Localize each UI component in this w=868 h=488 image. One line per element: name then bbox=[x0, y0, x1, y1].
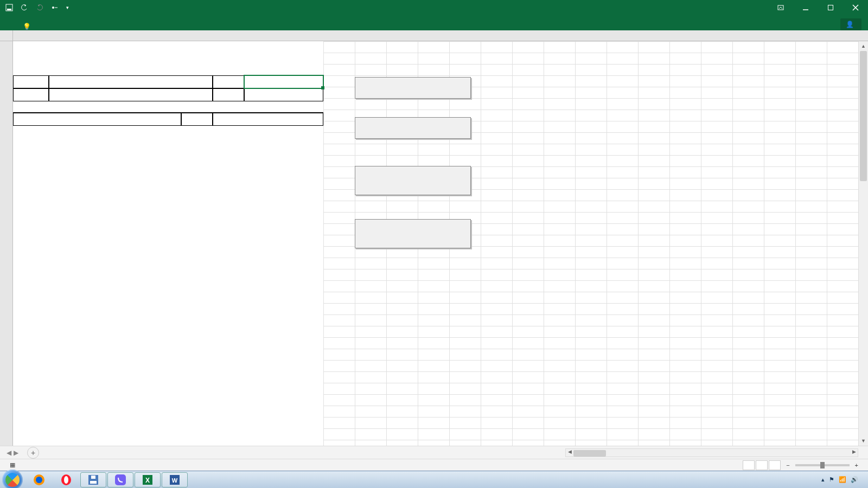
scroll-down-icon[interactable]: ▼ bbox=[859, 436, 868, 446]
excel-icon[interactable]: X bbox=[135, 472, 161, 487]
titlebar: ▾ bbox=[0, 0, 868, 15]
save-icon[interactable] bbox=[2, 2, 16, 14]
cells[interactable]: ▲ ▼ bbox=[13, 41, 868, 446]
label-date bbox=[213, 88, 244, 101]
zoom-in-icon[interactable]: + bbox=[855, 462, 858, 468]
label-age bbox=[13, 88, 49, 101]
value-klass[interactable] bbox=[244, 75, 323, 88]
touch-mode-icon[interactable] bbox=[48, 2, 62, 14]
word-icon[interactable]: W bbox=[162, 472, 188, 487]
bulb-icon: 💡 bbox=[23, 23, 31, 30]
tell-me[interactable]: 💡 bbox=[17, 23, 40, 30]
zoom-out-icon[interactable]: − bbox=[786, 462, 789, 468]
zoom-slider[interactable] bbox=[795, 464, 850, 466]
svg-rect-12 bbox=[115, 474, 126, 485]
worksheet-area: ▲ ▼ bbox=[0, 41, 868, 446]
hscroll-thumb[interactable] bbox=[573, 450, 606, 457]
opera-icon[interactable] bbox=[53, 472, 79, 487]
ribbon-options-icon[interactable] bbox=[768, 0, 793, 15]
svg-rect-3 bbox=[778, 5, 783, 10]
svg-text:W: W bbox=[172, 477, 178, 484]
hscroll-right-icon[interactable]: ▶ bbox=[850, 449, 858, 457]
vertical-scrollbar[interactable]: ▲ ▼ bbox=[858, 41, 868, 446]
quick-access-toolbar: ▾ bbox=[2, 2, 72, 14]
th-scale bbox=[13, 113, 181, 126]
label-klass bbox=[213, 75, 244, 88]
close-icon[interactable] bbox=[843, 0, 868, 15]
redo-icon[interactable] bbox=[33, 2, 47, 14]
sheet-nav-arrows[interactable]: ◀▶ bbox=[3, 449, 22, 457]
sheet-tab-bar: ◀▶ + ◀ ▶ bbox=[0, 446, 868, 459]
svg-point-8 bbox=[64, 476, 68, 484]
scroll-up-icon[interactable]: ▲ bbox=[859, 41, 868, 51]
undo-icon[interactable] bbox=[17, 2, 31, 14]
save-app-icon[interactable] bbox=[80, 472, 106, 487]
select-all-triangle[interactable] bbox=[0, 30, 13, 41]
svg-point-2 bbox=[52, 7, 54, 9]
tray-volume-icon[interactable]: 🔊 bbox=[851, 476, 858, 483]
person-icon: 👤 bbox=[846, 21, 854, 28]
th-score bbox=[181, 113, 213, 126]
print-button[interactable] bbox=[355, 166, 471, 195]
statusbar: ▦ − + bbox=[0, 459, 868, 471]
label-fio bbox=[13, 75, 49, 88]
viber-icon[interactable] bbox=[107, 472, 133, 487]
svg-rect-11 bbox=[91, 476, 95, 479]
th-level bbox=[213, 113, 323, 126]
svg-text:X: X bbox=[145, 477, 150, 484]
save-pdf-button[interactable] bbox=[355, 77, 471, 99]
scroll-thumb[interactable] bbox=[860, 51, 867, 181]
view-buttons bbox=[743, 460, 781, 470]
ribbon: 💡 👤 bbox=[0, 15, 868, 30]
tray-flag-icon[interactable]: ⚑ bbox=[829, 476, 834, 483]
value-fio[interactable] bbox=[49, 75, 213, 88]
horizontal-scrollbar[interactable]: ◀ ▶ bbox=[565, 448, 858, 457]
save-sheet-button[interactable] bbox=[355, 117, 471, 139]
tray-up-icon[interactable]: ▴ bbox=[821, 476, 825, 483]
file-tab[interactable] bbox=[2, 24, 17, 30]
maximize-icon[interactable] bbox=[818, 0, 843, 15]
svg-point-6 bbox=[36, 477, 42, 483]
view-break-icon[interactable] bbox=[769, 460, 781, 470]
svg-rect-1 bbox=[7, 9, 11, 10]
minimize-icon[interactable] bbox=[793, 0, 818, 15]
macro-record-icon[interactable]: ▦ bbox=[10, 461, 15, 468]
value-age[interactable] bbox=[49, 88, 213, 101]
view-normal-icon[interactable] bbox=[743, 460, 755, 470]
firefox-icon[interactable] bbox=[26, 472, 52, 487]
svg-rect-10 bbox=[90, 481, 97, 484]
windows-taskbar: X W ▴ ⚑ 📶 🔊 bbox=[0, 471, 868, 488]
share-button[interactable]: 👤 bbox=[840, 18, 861, 30]
clear-data-button[interactable] bbox=[355, 219, 471, 248]
view-layout-icon[interactable] bbox=[756, 460, 768, 470]
row-headers bbox=[0, 41, 13, 446]
column-headers bbox=[0, 30, 868, 41]
system-tray: ▴ ⚑ 📶 🔊 bbox=[817, 476, 866, 483]
row-separator bbox=[13, 101, 323, 113]
value-date[interactable] bbox=[244, 88, 323, 101]
add-sheet-button[interactable]: + bbox=[27, 447, 39, 459]
qat-more-icon[interactable]: ▾ bbox=[63, 3, 72, 12]
hscroll-left-icon[interactable]: ◀ bbox=[566, 449, 573, 457]
tray-network-icon[interactable]: 📶 bbox=[839, 476, 846, 483]
start-button[interactable] bbox=[2, 470, 23, 489]
